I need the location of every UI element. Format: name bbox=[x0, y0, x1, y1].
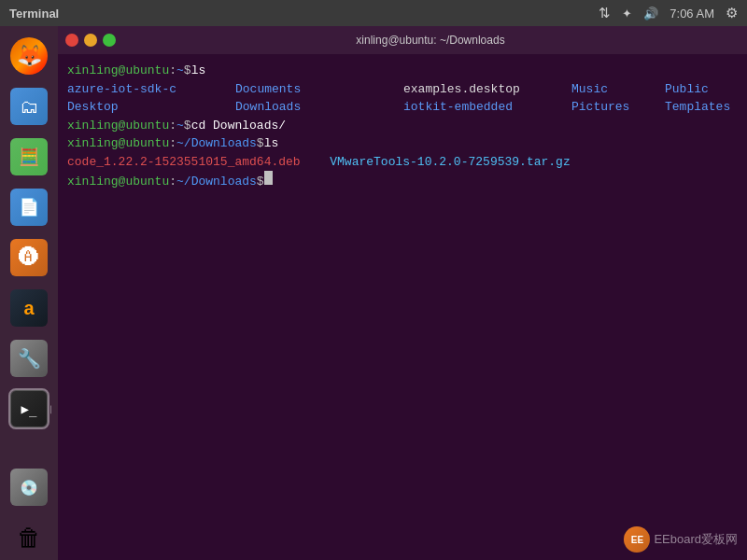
prompt-sep: : bbox=[169, 134, 176, 153]
file-separator bbox=[301, 153, 331, 172]
window-close-button[interactable] bbox=[65, 34, 78, 47]
ls-item: Templates bbox=[665, 98, 747, 117]
downloads-ls-output: code_1.22.2-1523551015_amd64.deb VMwareT… bbox=[67, 153, 738, 172]
prompt-user: xinling@ubuntu bbox=[67, 117, 169, 135]
terminal-line-1: xinling@ubuntu:~$ ls bbox=[67, 62, 738, 80]
system-tray: ⇅ ✦ 🔊 7:06 AM ⚙ bbox=[599, 5, 738, 21]
prompt-sep: : bbox=[169, 117, 176, 135]
terminal-line-cd: xinling@ubuntu:~$ cd Downloads/ bbox=[67, 117, 738, 135]
ls-item: azure-iot-sdk-c bbox=[67, 80, 235, 99]
time-display: 7:06 AM bbox=[669, 7, 714, 21]
ls-item: Public bbox=[665, 80, 747, 99]
dock-item-dvd[interactable]: 💿 bbox=[7, 465, 51, 510]
terminal-window: xinling@ubuntu: ~/Downloads xinling@ubun… bbox=[58, 26, 747, 560]
prompt-user: xinling@ubuntu bbox=[67, 173, 169, 191]
ls-item: Downloads bbox=[235, 98, 403, 117]
term-cmd: ls bbox=[264, 134, 279, 153]
ls-item: Music bbox=[571, 80, 665, 99]
prompt-dollar: $ bbox=[184, 62, 191, 80]
ls-item: iotkit-embedded bbox=[403, 98, 571, 117]
file-deb: code_1.22.2-1523551015_amd64.deb bbox=[67, 153, 301, 172]
prompt-path: ~ bbox=[176, 117, 184, 135]
prompt-sep: : bbox=[169, 173, 176, 191]
term-cmd: cd Downloads/ bbox=[191, 117, 286, 135]
ls-output-row2: Desktop Downloads iotkit-embedded Pictur… bbox=[67, 98, 738, 117]
settings-icon[interactable]: ⚙ bbox=[726, 5, 738, 21]
file-tar: VMwareTools-10.2.0-7259539.tar.gz bbox=[330, 153, 570, 172]
volume-icon: 🔊 bbox=[643, 7, 658, 21]
term-cmd: ls bbox=[191, 62, 206, 80]
prompt-path-downloads: ~/Downloads bbox=[176, 134, 257, 153]
dock-expand-arrow: ▶ bbox=[50, 402, 51, 415]
dock-item-trash[interactable]: 🗑 bbox=[7, 515, 51, 560]
prompt-user: xinling@ubuntu bbox=[67, 134, 169, 153]
prompt-path-downloads2: ~/Downloads bbox=[176, 173, 257, 191]
app-title: Terminal bbox=[9, 7, 59, 21]
ls-item: examples.desktop bbox=[403, 80, 571, 99]
terminal-window-title: xinling@ubuntu: ~/Downloads bbox=[121, 34, 740, 47]
dock-item-terminal[interactable]: ▶_ ▶ bbox=[7, 386, 51, 431]
ls-item: Desktop bbox=[67, 98, 235, 117]
prompt-user: xinling@ubuntu bbox=[67, 62, 169, 80]
terminal-line-final: xinling@ubuntu:~/Downloads$ bbox=[67, 171, 738, 191]
dock-item-files[interactable]: 🗂 bbox=[7, 84, 51, 129]
ls-item: Documents bbox=[235, 80, 403, 99]
terminal-titlebar: xinling@ubuntu: ~/Downloads bbox=[58, 26, 747, 54]
terminal-output[interactable]: xinling@ubuntu:~$ ls azure-iot-sdk-c Doc… bbox=[58, 54, 747, 560]
application-dock: 🗂 🧮 📄 🅐 a 🔧 ▶_ ▶ 💿 🗑 bbox=[0, 26, 58, 560]
dock-item-firefox[interactable] bbox=[7, 34, 51, 78]
ls-output-row1: azure-iot-sdk-c Documents examples.deskt… bbox=[67, 80, 738, 99]
dock-item-settings[interactable]: 🔧 bbox=[7, 336, 51, 381]
ls-item: Pictures bbox=[571, 98, 665, 117]
terminal-cursor bbox=[264, 171, 273, 185]
prompt-dollar: $ bbox=[184, 117, 191, 135]
dock-item-amazon[interactable]: a bbox=[7, 286, 51, 330]
top-bar: Terminal ⇅ ✦ 🔊 7:06 AM ⚙ bbox=[0, 0, 747, 26]
terminal-line-ls2: xinling@ubuntu:~/Downloads$ ls bbox=[67, 134, 738, 153]
dock-item-calc[interactable]: 🧮 bbox=[7, 134, 51, 179]
dock-item-writer[interactable]: 📄 bbox=[7, 185, 51, 230]
prompt-dollar: $ bbox=[257, 173, 264, 191]
prompt-path: ~ bbox=[176, 62, 184, 80]
prompt-dollar: $ bbox=[257, 134, 264, 153]
sort-icon: ⇅ bbox=[599, 5, 611, 21]
window-minimize-button[interactable] bbox=[84, 34, 97, 47]
dock-item-appstore[interactable]: 🅐 bbox=[7, 235, 51, 280]
prompt-sep: : bbox=[169, 62, 176, 80]
window-maximize-button[interactable] bbox=[103, 34, 116, 47]
bluetooth-icon: ✦ bbox=[622, 7, 632, 21]
